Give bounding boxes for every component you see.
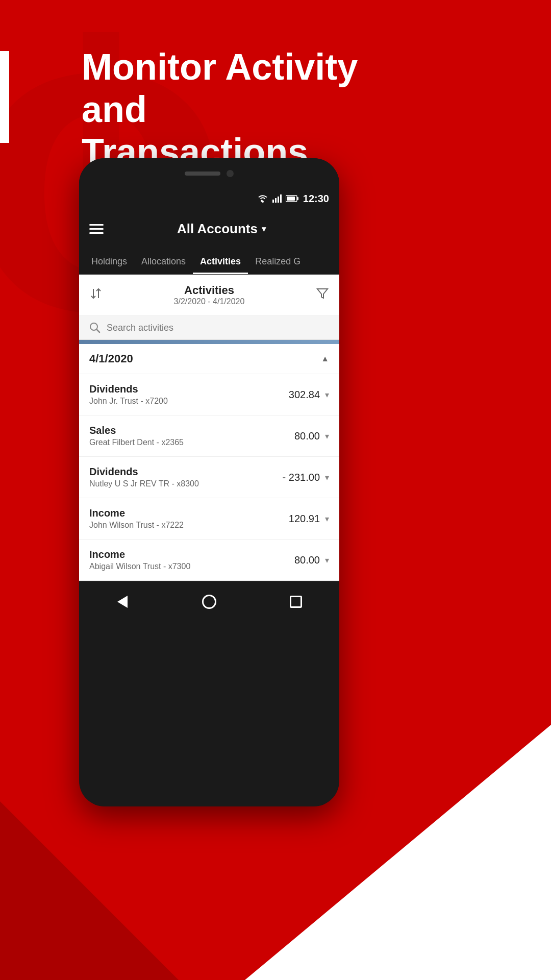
battery-icon: [286, 195, 299, 202]
tab-allocations[interactable]: Allocations: [134, 249, 193, 274]
dropdown-arrow-icon: ▾: [262, 224, 266, 234]
activities-title: Activities: [174, 284, 245, 297]
status-time: 12:30: [303, 193, 329, 205]
app-header: All Accounts ▾: [79, 208, 339, 249]
transaction-item[interactable]: Sales Great Filbert Dent - x2365 80.00 ▾: [79, 415, 339, 457]
phone-mockup: 12:30 All Accounts ▾ Holdings Allocation…: [79, 158, 339, 806]
transaction-item[interactable]: Income John Wilson Trust - x7222 120.91 …: [79, 498, 339, 540]
transaction-type: Sales: [89, 425, 294, 436]
page-headline: Monitor Activity and Transactions: [82, 46, 378, 173]
transaction-info: Sales Great Filbert Dent - x2365: [89, 425, 294, 447]
transaction-info: Income John Wilson Trust - x7222: [89, 507, 289, 530]
account-selector-label: All Accounts: [177, 221, 258, 237]
transaction-amount: 302.84: [289, 389, 320, 401]
home-circle-icon: [202, 595, 216, 609]
hamburger-menu-button[interactable]: [89, 224, 104, 234]
transaction-type: Dividends: [89, 466, 283, 478]
transaction-type: Income: [89, 549, 294, 560]
scroll-indicator: [79, 340, 339, 344]
tab-holdings[interactable]: Holdings: [84, 249, 134, 274]
tab-activities[interactable]: Activities: [193, 249, 248, 274]
transaction-amount: 80.00: [294, 554, 320, 566]
phone-speaker: [185, 172, 220, 176]
date-group-header[interactable]: 4/1/2020 ▲: [79, 344, 339, 374]
home-button[interactable]: [196, 589, 222, 615]
svg-rect-1: [272, 200, 274, 203]
back-arrow-icon: [117, 596, 128, 608]
transaction-amount-area: 80.00 ▾: [294, 430, 329, 442]
search-icon: [89, 322, 101, 333]
transaction-amount-area: - 231.00 ▾: [283, 472, 329, 483]
bottom-navigation: [79, 581, 339, 622]
sort-button[interactable]: [89, 287, 103, 303]
wifi-icon: [257, 194, 268, 203]
svg-rect-4: [280, 194, 282, 203]
background-corner: [0, 801, 179, 980]
phone-notch: [79, 158, 339, 189]
app-content: Activities 3/2/2020 - 4/1/2020 4/1/2020: [79, 275, 339, 581]
transaction-info: Income Abigail Wilson Trust - x7300: [89, 549, 294, 571]
date-group-label: 4/1/2020: [89, 352, 133, 365]
transaction-account: Great Filbert Dent - x2365: [89, 438, 294, 447]
transaction-amount-area: 80.00 ▾: [294, 554, 329, 566]
transaction-account: Abigail Wilson Trust - x7300: [89, 562, 294, 571]
recents-button[interactable]: [283, 589, 309, 615]
transaction-amount: 80.00: [294, 430, 320, 442]
filter-button[interactable]: [316, 287, 329, 303]
activities-date-range: 3/2/2020 - 4/1/2020: [174, 297, 245, 306]
activities-header: Activities 3/2/2020 - 4/1/2020: [79, 275, 339, 316]
expand-chevron-icon: ▾: [325, 390, 329, 400]
expand-chevron-icon: ▾: [325, 555, 329, 565]
headline-text: Monitor Activity and: [82, 46, 358, 130]
transaction-amount-area: 120.91 ▾: [289, 513, 329, 525]
transaction-account: John Jr. Trust - x7200: [89, 397, 289, 406]
left-accent-bar: [0, 51, 9, 143]
svg-rect-6: [297, 197, 298, 200]
transaction-item[interactable]: Dividends Nutley U S Jr REV TR - x8300 -…: [79, 457, 339, 498]
search-bar: [79, 316, 339, 340]
transaction-amount: - 231.00: [283, 472, 320, 483]
signal-icon: [272, 194, 282, 203]
tab-realized-gains[interactable]: Realized G: [248, 249, 308, 274]
transaction-amount-area: 302.84 ▾: [289, 389, 329, 401]
transaction-type: Income: [89, 507, 289, 519]
transaction-amount: 120.91: [289, 513, 320, 525]
recents-square-icon: [290, 596, 302, 608]
transaction-type: Dividends: [89, 383, 289, 395]
transaction-item[interactable]: Dividends John Jr. Trust - x7200 302.84 …: [79, 374, 339, 415]
svg-rect-2: [275, 198, 277, 203]
search-input[interactable]: [107, 323, 329, 333]
account-selector[interactable]: All Accounts ▾: [114, 221, 329, 237]
expand-chevron-icon: ▾: [325, 473, 329, 482]
transaction-account: Nutley U S Jr REV TR - x8300: [89, 479, 283, 488]
transaction-info: Dividends Nutley U S Jr REV TR - x8300: [89, 466, 283, 488]
activities-title-block: Activities 3/2/2020 - 4/1/2020: [174, 284, 245, 306]
status-icons: 12:30: [257, 193, 329, 205]
transaction-info: Dividends John Jr. Trust - x7200: [89, 383, 289, 406]
transaction-item[interactable]: Income Abigail Wilson Trust - x7300 80.0…: [79, 540, 339, 581]
back-button[interactable]: [110, 589, 135, 615]
collapse-arrow-icon[interactable]: ▲: [321, 354, 329, 363]
svg-rect-7: [287, 197, 295, 201]
svg-line-9: [97, 330, 100, 333]
expand-chevron-icon: ▾: [325, 514, 329, 524]
transaction-account: John Wilson Trust - x7222: [89, 521, 289, 530]
svg-rect-3: [278, 197, 279, 203]
expand-chevron-icon: ▾: [325, 431, 329, 441]
svg-point-0: [262, 201, 264, 203]
status-bar: 12:30: [79, 189, 339, 208]
phone-camera: [227, 170, 234, 177]
tab-bar: Holdings Allocations Activities Realized…: [79, 249, 339, 275]
